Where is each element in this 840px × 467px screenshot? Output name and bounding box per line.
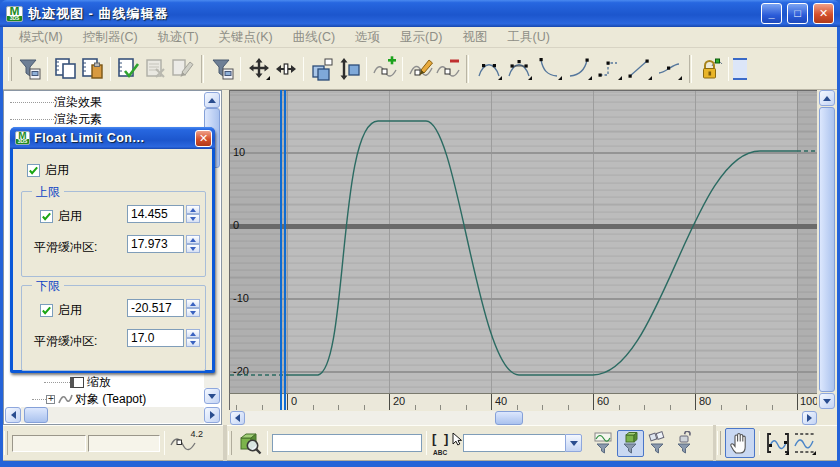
upper-smooth-spinner[interactable] (186, 235, 200, 253)
add-keys-icon[interactable] (371, 55, 398, 82)
zoom-region-icon[interactable] (236, 430, 263, 457)
plot-hscroll-track[interactable] (245, 411, 802, 425)
title-bar[interactable]: M3DS 轨迹视图 - 曲线编辑器 _ □ ✕ (0, 0, 840, 27)
float-limit-controller-dialog[interactable]: M3DS Float Limit Con... ✕ 启用 上限 启用 平滑缓冲区… (10, 127, 215, 373)
pan-icon[interactable] (725, 428, 755, 458)
filter-animated-tracks-icon[interactable] (590, 430, 617, 457)
draw-curves-icon[interactable] (407, 55, 434, 82)
delete-controller-icon[interactable] (142, 55, 169, 82)
filter-selected-objects-icon[interactable] (617, 430, 644, 457)
track-set-combo[interactable] (463, 434, 582, 452)
zoom-horizontal-extents-icon[interactable] (764, 430, 791, 457)
tree-item[interactable]: 缩放 (44, 374, 111, 390)
paste-controller-icon[interactable] (79, 55, 106, 82)
expand-icon[interactable] (46, 395, 55, 404)
time-slider-line[interactable] (284, 90, 286, 410)
zoom-value-extents-icon[interactable] (791, 430, 818, 457)
key-stats-icon[interactable]: 4.2 (169, 430, 203, 456)
dialog-close-icon[interactable]: ✕ (195, 130, 212, 147)
menu-curves[interactable]: 曲线(C) (283, 27, 345, 48)
tangents-linear-icon[interactable] (624, 55, 654, 82)
tree-item[interactable]: 渲染元素 (10, 111, 102, 127)
lower-enable-checkbox[interactable] (40, 304, 53, 317)
upper-enable-row[interactable]: 启用 (40, 208, 82, 225)
minimize-button[interactable]: _ (761, 3, 782, 24)
tree-scroll-up-button[interactable] (204, 92, 220, 108)
scale-keys-icon[interactable] (308, 55, 335, 82)
toolbar-grip[interactable] (717, 431, 721, 455)
key-time-field[interactable] (12, 435, 86, 452)
plot-hscroll-thumb[interactable] (495, 411, 523, 425)
plot-vscroll-thumb[interactable] (819, 107, 835, 392)
menu-controller[interactable]: 控制器(C) (73, 27, 148, 48)
toolbar-grip[interactable] (228, 431, 232, 455)
move-keys-icon[interactable] (245, 55, 272, 82)
tangents-auto-icon[interactable] (474, 55, 504, 82)
chevron-down-icon[interactable] (565, 434, 582, 452)
curve-plot[interactable]: 10 0 -10 -20 (229, 90, 817, 393)
key-value-field[interactable] (88, 435, 160, 452)
toolbar-grip[interactable] (8, 57, 12, 81)
lower-limit-spinner[interactable] (186, 299, 200, 317)
tree-scroll-right-button[interactable] (204, 407, 220, 423)
lower-limit-input[interactable] (127, 299, 184, 317)
tangents-step-icon[interactable] (594, 55, 624, 82)
tangents-custom-icon[interactable] (504, 55, 534, 82)
filter-manipulators-icon[interactable] (644, 430, 671, 457)
menu-track[interactable]: 轨迹(T) (148, 27, 209, 48)
upper-enable-checkbox[interactable] (40, 210, 53, 223)
lock-tangents-icon[interactable] (697, 55, 724, 82)
menu-keys[interactable]: 关键点(K) (209, 27, 283, 48)
tangents-smooth-icon[interactable] (654, 55, 684, 82)
clipped-toolbar-icon[interactable] (733, 55, 747, 82)
edit-track-set-icon[interactable]: [ ]ABC (431, 430, 463, 456)
plot-scroll-right-button[interactable] (802, 411, 817, 425)
plot-scroll-left-button[interactable] (230, 411, 245, 425)
dialog-title-bar[interactable]: M3DS Float Limit Con... ✕ (10, 127, 215, 149)
time-slider-line[interactable] (280, 90, 282, 410)
master-enable-row[interactable]: 启用 (27, 162, 69, 179)
slide-keys-icon[interactable] (272, 55, 299, 82)
tree-hscroll-thumb[interactable] (24, 407, 48, 423)
make-unique-icon[interactable] (169, 55, 196, 82)
track-set-value[interactable] (463, 434, 565, 452)
menu-utilities[interactable]: 工具(U) (497, 27, 559, 48)
menu-options[interactable]: 选项 (345, 27, 390, 48)
reduce-keys-icon[interactable] (434, 55, 461, 82)
animation-curve[interactable] (287, 121, 797, 375)
upper-limit-spinner[interactable] (186, 205, 200, 223)
filters-icon[interactable] (16, 55, 43, 82)
tree-hscroll-track[interactable] (21, 407, 204, 423)
close-button[interactable]: ✕ (813, 3, 834, 24)
master-enable-checkbox[interactable] (27, 164, 40, 177)
menu-display[interactable]: 显示(D) (390, 27, 452, 48)
maximize-button[interactable]: □ (787, 3, 808, 24)
tangents-fast-icon[interactable] (534, 55, 564, 82)
lower-smooth-spinner[interactable] (186, 329, 200, 347)
tree-item[interactable]: 渲染效果 (10, 94, 102, 110)
filters-icon[interactable] (209, 55, 236, 82)
tree-item-label[interactable]: 对象 (Teapot) (75, 391, 146, 408)
filter-unlocked-icon[interactable] (671, 430, 698, 457)
tree-scroll-left-button[interactable] (5, 407, 21, 423)
upper-smooth-input[interactable] (127, 235, 184, 253)
tree-item[interactable]: 对象 (Teapot) (32, 391, 146, 407)
lower-smooth-input[interactable] (127, 329, 184, 347)
track-selection-input[interactable] (272, 434, 422, 452)
lower-enable-row[interactable]: 启用 (40, 302, 82, 319)
menu-view[interactable]: 视图 (452, 27, 497, 48)
tangents-slow-icon[interactable] (564, 55, 594, 82)
plot-scroll-down-button[interactable] (819, 393, 835, 409)
time-ruler[interactable]: 0 20 40 60 80 100 (229, 393, 817, 410)
tree-item-label[interactable]: 渲染元素 (54, 111, 102, 128)
tree-scroll-down-button[interactable] (204, 388, 220, 404)
tree-item-label[interactable]: 渲染效果 (54, 94, 102, 111)
copy-controller-icon[interactable] (52, 55, 79, 82)
plot-scroll-up-button[interactable] (819, 90, 835, 106)
toolbar-grip[interactable] (4, 431, 8, 455)
upper-limit-input[interactable] (127, 205, 184, 223)
tree-item-label[interactable]: 缩放 (87, 374, 111, 391)
menu-mode[interactable]: 模式(M) (9, 27, 73, 48)
assign-controller-icon[interactable] (115, 55, 142, 82)
scale-values-icon[interactable] (335, 55, 362, 82)
